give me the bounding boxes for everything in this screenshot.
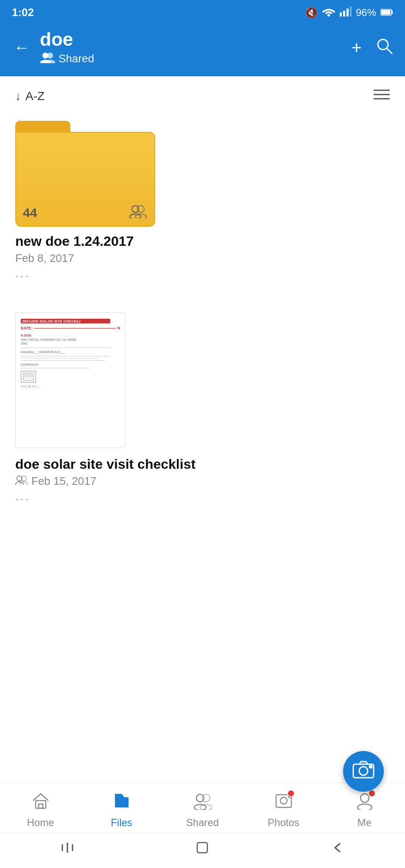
svg-rect-23 <box>29 374 33 377</box>
folder-shared-icon <box>129 204 148 222</box>
header: ← doe Shared + <box>0 25 405 76</box>
sort-arrow-icon: ↓ <box>15 89 21 103</box>
status-time: 1:02 <box>12 6 34 19</box>
nav-label-files: Files <box>111 817 132 829</box>
me-icon <box>355 791 374 814</box>
file-name: doe solar site visit checklist <box>15 456 390 472</box>
doc-image-placeholder <box>21 371 36 383</box>
svg-rect-2 <box>343 11 345 17</box>
shared-nav-icon <box>193 791 212 814</box>
doc-bottom-text: 2×6 @ 24 c. <box>21 384 120 388</box>
svg-point-34 <box>202 794 210 802</box>
add-button[interactable]: + <box>351 38 362 58</box>
nav-item-shared[interactable]: Shared <box>177 791 228 829</box>
date-text: Feb 8, 2017 <box>15 252 74 265</box>
list-item[interactable]: 44 new doe 1.24.2017 Feb 8, 2017 ··· <box>15 112 390 283</box>
folder-count: 44 <box>23 206 37 220</box>
header-subtitle: Shared <box>40 51 343 66</box>
svg-rect-3 <box>346 8 349 17</box>
doc-title-text: BRAZEN SOLAR SITE CHECKLI <box>22 319 81 323</box>
bottom-nav: Home Files Shared <box>0 782 405 833</box>
sort-label[interactable]: ↓ A-Z <box>15 89 45 103</box>
shared-date-icon <box>15 475 28 488</box>
shared-indicator-icon <box>40 51 55 66</box>
signal-icon <box>340 6 352 19</box>
view-menu-icon[interactable] <box>374 88 390 104</box>
sort-text: A-Z <box>25 89 45 103</box>
svg-point-9 <box>47 53 53 58</box>
search-button[interactable] <box>375 37 393 59</box>
system-bar <box>0 833 405 868</box>
svg-rect-45 <box>197 843 207 853</box>
files-icon <box>112 791 131 814</box>
svg-point-30 <box>369 765 372 768</box>
list-item[interactable]: BRAZEN SOLAR SITE CHECKLI DATE: N N DOE … <box>15 304 390 506</box>
photos-badge <box>287 790 295 797</box>
header-subtitle-text: Shared <box>59 52 94 65</box>
header-title-area: doe Shared <box>40 29 343 66</box>
home-button[interactable] <box>196 841 209 858</box>
svg-rect-4 <box>350 6 352 17</box>
svg-line-13 <box>387 48 392 54</box>
status-icons: 🔇 96% <box>305 6 393 19</box>
svg-rect-7 <box>381 10 391 14</box>
file-more-button[interactable]: ··· <box>15 269 390 283</box>
nav-label-me: Me <box>358 817 371 829</box>
date-text: Feb 15, 2017 <box>31 475 96 488</box>
svg-point-27 <box>20 482 28 485</box>
doc-composite: COMPOSITE <box>21 363 39 366</box>
svg-point-38 <box>280 797 287 804</box>
recents-button[interactable] <box>61 841 74 858</box>
battery-text: 96% <box>356 7 376 19</box>
nav-item-files[interactable]: Files <box>96 791 147 829</box>
folder-thumbnail: 44 <box>15 121 155 227</box>
svg-rect-32 <box>39 804 43 808</box>
nav-label-photos: Photos <box>268 817 299 829</box>
folder-body: 44 <box>15 132 155 227</box>
svg-point-12 <box>378 39 388 50</box>
home-icon <box>31 791 50 814</box>
nav-item-home[interactable]: Home <box>15 791 66 829</box>
file-date: Feb 15, 2017 <box>15 475 390 488</box>
file-more-button[interactable]: ··· <box>15 492 390 506</box>
doc-address: OAK CIRCLE, PLEASANTON, CA, 94566, <box>21 338 120 341</box>
svg-point-29 <box>359 767 368 775</box>
battery-icon <box>380 7 393 19</box>
document-thumbnail: BRAZEN SOLAR SITE CHECKLI DATE: N N DOE … <box>15 312 126 448</box>
status-bar: 1:02 🔇 96% <box>0 0 405 25</box>
svg-point-41 <box>358 804 372 810</box>
nav-item-me[interactable]: Me <box>339 791 390 829</box>
doc-zip: 2542 <box>21 342 120 345</box>
nav-item-photos[interactable]: Photos <box>258 791 309 829</box>
svg-point-0 <box>327 14 330 17</box>
svg-rect-1 <box>340 12 342 17</box>
file-date: Feb 8, 2017 <box>15 252 390 265</box>
sort-bar: ↓ A-Z <box>0 76 405 112</box>
file-name: new doe 1.24.2017 <box>15 234 390 249</box>
doc-expiration: Expiration:__ OWNER BUILD___ <box>21 351 120 353</box>
camera-icon <box>352 760 374 783</box>
doc-date-label: DATE: <box>21 326 32 330</box>
nav-label-shared: Shared <box>186 817 219 829</box>
page-title: doe <box>40 29 343 50</box>
svg-point-40 <box>360 794 369 802</box>
svg-rect-6 <box>391 11 393 14</box>
wifi-icon <box>322 6 335 19</box>
svg-rect-22 <box>24 374 28 377</box>
back-button[interactable]: ← <box>12 37 31 58</box>
doc-name: N DOE <box>21 334 120 337</box>
header-actions: + <box>351 37 393 59</box>
mute-icon: 🔇 <box>305 7 318 19</box>
nav-label-home: Home <box>27 817 54 829</box>
back-button-system[interactable] <box>331 841 344 858</box>
camera-fab-button[interactable] <box>343 751 384 792</box>
content-area: 44 new doe 1.24.2017 Feb 8, 2017 ··· BRA… <box>0 112 405 782</box>
photos-icon <box>274 791 293 814</box>
